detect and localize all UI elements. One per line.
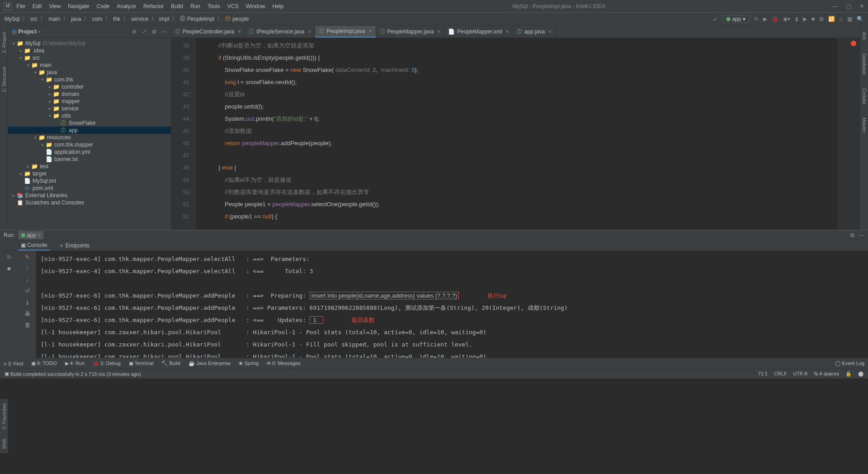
project-tree[interactable]: ▾📁MySqlD:\ideatwo\MySql▸📁.idea▾📁src▾📁mai… (8, 38, 171, 230)
status-item[interactable]: UTF-8 (793, 371, 807, 377)
down-icon[interactable]: ↓ (26, 276, 29, 283)
run-config-selector[interactable]: ⬣ app ▾ (722, 15, 750, 23)
breadcrumb-item[interactable]: com (92, 16, 102, 22)
tree-node[interactable]: ▾📁utils (8, 112, 171, 119)
status-icon[interactable]: ▣ (5, 371, 9, 377)
error-indicator-icon[interactable] (851, 41, 856, 46)
menu-refactor[interactable]: Refactor (141, 2, 166, 10)
tree-node[interactable]: 📄MySql.iml (8, 177, 171, 185)
hide-icon[interactable]: — (162, 28, 167, 35)
event-log-tab[interactable]: ◯ Event Log (835, 360, 864, 366)
structure-icon[interactable]: ⊞ (819, 16, 824, 22)
run-hide-icon[interactable]: — (859, 232, 864, 238)
bottom-tab[interactable]: ☕ Java Enterprise (189, 360, 231, 366)
tab-web[interactable]: Web (1, 439, 7, 449)
menu-analyze[interactable]: Analyze (114, 2, 139, 10)
scroll-icon[interactable]: ⤓ (25, 299, 30, 306)
tab-structure[interactable]: 2: Structure (1, 66, 7, 92)
maximize-icon[interactable]: ▢ (846, 3, 851, 9)
tree-node[interactable]: ▾📁com.thk (8, 76, 171, 83)
find-in-icon[interactable]: 🔁 (828, 16, 835, 22)
breadcrumb-item[interactable]: main (48, 16, 60, 22)
editor-tab[interactable]: Ⓒapp.java× (513, 26, 556, 38)
search-icon[interactable]: 🔍 (857, 16, 863, 22)
minimap[interactable] (837, 38, 860, 230)
close-tab-icon[interactable]: × (308, 28, 311, 35)
close-tab-icon[interactable]: × (369, 28, 372, 34)
status-item[interactable]: ⇆ 4 spaces (814, 371, 839, 377)
tree-node[interactable]: ▸📁service (8, 105, 171, 112)
target-icon[interactable]: ⊕ (132, 28, 137, 35)
bottom-tab[interactable]: 🔨 Build (161, 360, 180, 366)
close-tab-icon[interactable]: × (548, 28, 552, 35)
bottom-tab[interactable]: ▣ 6: TODO (31, 360, 57, 366)
bottom-tab[interactable]: ▶ 4: Run (65, 360, 85, 366)
tree-node[interactable]: ▸📁test (8, 163, 171, 170)
tree-node[interactable]: ▾📁src (8, 54, 171, 62)
breadcrumb-item[interactable]: impl (159, 16, 169, 22)
tree-node[interactable]: ▸📁.idea (8, 47, 171, 54)
menu-code[interactable]: Code (94, 2, 113, 10)
tab-project[interactable]: 1: Project (1, 32, 7, 53)
tab-favorites[interactable]: 2: Favorites (1, 403, 7, 429)
git-icon[interactable]: ⎌ (840, 16, 843, 22)
breadcrumb-item[interactable]: src (30, 16, 38, 22)
editor-tab[interactable]: ⒾPeopleMapper.java× (376, 26, 445, 38)
close-icon[interactable]: ✕ (859, 3, 864, 9)
tree-node[interactable]: mpom.xml (8, 185, 171, 192)
code-editor[interactable]: 383940414243444546474849505152 //判断id是否为… (171, 38, 860, 230)
code-text[interactable]: //判断id是否为空，如果为空就是添加 if (StringUtils.isEm… (196, 38, 837, 230)
tab-maven[interactable]: Maven (862, 118, 867, 133)
tree-node[interactable]: ▸📁com.thk.mapper (8, 141, 171, 148)
debug-icon[interactable]: 🐞 (772, 16, 778, 22)
sync-icon[interactable]: ↻ (754, 16, 759, 22)
menu-ij[interactable]: IJ (4, 2, 12, 10)
close-tab-icon[interactable]: × (437, 28, 440, 35)
print-icon[interactable]: 🖶 (24, 310, 30, 317)
close-tab-icon[interactable]: × (238, 28, 241, 35)
tree-node[interactable]: ⒸSnowFlake (8, 119, 171, 127)
stop-icon[interactable]: ■ (811, 16, 815, 22)
coverage-icon[interactable]: ◉▾ (783, 16, 790, 22)
tab-ant[interactable]: Ant (862, 32, 867, 40)
breadcrumb-item[interactable]: people (232, 16, 249, 22)
tree-node[interactable]: 📄banner.txt (8, 156, 171, 163)
editor-tab[interactable]: ⒸPeopleController.java× (171, 26, 245, 38)
menu-edit[interactable]: Edit (30, 2, 45, 10)
run-gear-icon[interactable]: ✿ (850, 232, 854, 238)
tree-node[interactable]: ▸📁mapper (8, 98, 171, 105)
menu-tools[interactable]: Tools (205, 2, 223, 10)
tree-node[interactable]: ▾📁resources (8, 134, 171, 141)
status-item[interactable]: 🔒 (845, 371, 852, 377)
editor-tab[interactable]: ⒸPeopleImpl.java× (315, 26, 376, 38)
status-item[interactable]: ⬤ (858, 371, 863, 377)
breadcrumb-item[interactable]: thk (113, 16, 120, 22)
breadcrumb-item[interactable]: MySql (5, 16, 19, 22)
minimize-icon[interactable]: — (832, 3, 838, 9)
tree-node[interactable]: ▾📁main (8, 62, 171, 69)
menu-run[interactable]: Run (188, 2, 203, 10)
up-icon[interactable]: ↑ (26, 265, 29, 272)
bottom-tab[interactable]: ≡ 3: Find (4, 361, 23, 366)
clear-icon[interactable]: 🗑 (24, 322, 30, 328)
tree-node[interactable]: ▸📁target (8, 170, 171, 177)
tree-node[interactable]: ▸📁domain (8, 90, 171, 98)
menu-view[interactable]: View (46, 2, 63, 10)
tree-node[interactable]: ▸📁controller (8, 83, 171, 90)
console-output[interactable]: [nio-9527-exec-4] com.thk.mapper.PeopleM… (36, 251, 868, 358)
tree-node[interactable]: ▾📁java (8, 69, 171, 76)
status-item[interactable]: CRLF (774, 371, 787, 377)
tree-node[interactable]: Ⓒapp (8, 127, 171, 134)
breadcrumb-item[interactable]: java (71, 16, 81, 22)
rerun-icon[interactable]: ↻ (7, 254, 12, 261)
edit-icon[interactable]: ✎ (25, 254, 30, 261)
bottom-tab[interactable]: ✉ 0: Messages (267, 360, 300, 366)
breadcrumb-item[interactable]: PeopleImpl (187, 16, 214, 22)
gear-icon[interactable]: ✿ (152, 28, 156, 35)
menu-vcs[interactable]: VCS (225, 2, 241, 10)
tree-node[interactable]: 📄application.yml (8, 148, 171, 156)
status-item[interactable]: 71:1 (758, 371, 768, 377)
tree-node[interactable]: ▸📚External Libraries (8, 192, 171, 199)
run-tab-app[interactable]: ⬣ app × (18, 231, 43, 239)
breadcrumb-item[interactable]: service (131, 16, 148, 22)
